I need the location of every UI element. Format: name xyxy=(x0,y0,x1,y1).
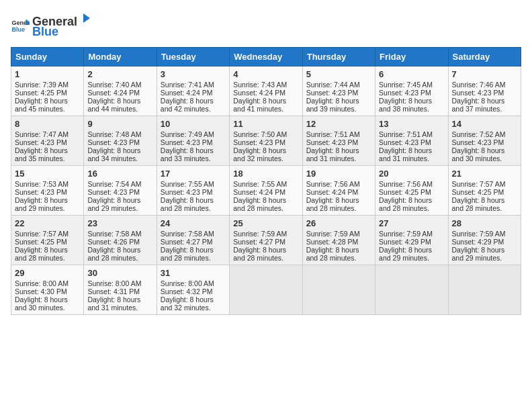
sunset-label: Sunset: 4:24 PM xyxy=(87,89,140,97)
sunset-label: Sunset: 4:23 PM xyxy=(87,138,140,146)
header-tuesday: Tuesday xyxy=(157,48,229,66)
calendar-cell xyxy=(448,265,521,315)
day-number: 12 xyxy=(306,119,371,129)
logo-arrow-icon xyxy=(78,11,93,26)
day-number: 22 xyxy=(15,218,80,228)
sunset-label: Sunset: 4:23 PM xyxy=(452,138,504,146)
daylight-label: Daylight: 8 hours and 28 minutes. xyxy=(306,246,359,262)
calendar-cell xyxy=(230,265,302,315)
daylight-label: Daylight: 8 hours and 29 minutes. xyxy=(87,196,140,212)
calendar-cell: 8 Sunrise: 7:47 AM Sunset: 4:23 PM Dayli… xyxy=(11,116,84,166)
sunrise-label: Sunrise: 8:00 AM xyxy=(87,279,141,287)
calendar-cell: 13 Sunrise: 7:51 AM Sunset: 4:23 PM Dayl… xyxy=(375,116,448,166)
day-number: 15 xyxy=(15,169,80,179)
sunset-label: Sunset: 4:25 PM xyxy=(379,188,431,196)
sunset-label: Sunset: 4:25 PM xyxy=(452,188,504,196)
day-number: 28 xyxy=(452,218,517,228)
header-saturday: Saturday xyxy=(448,48,521,66)
sunrise-label: Sunrise: 7:51 AM xyxy=(306,130,360,138)
daylight-label: Daylight: 8 hours and 39 minutes. xyxy=(306,97,359,113)
daylight-label: Daylight: 8 hours and 28 minutes. xyxy=(379,196,432,212)
daylight-label: Daylight: 8 hours and 34 minutes. xyxy=(87,146,140,163)
calendar-cell: 10 Sunrise: 7:49 AM Sunset: 4:23 PM Dayl… xyxy=(157,116,229,166)
day-number: 11 xyxy=(233,119,298,129)
daylight-label: Daylight: 8 hours and 31 minutes. xyxy=(306,146,359,163)
svg-text:Blue: Blue xyxy=(11,26,25,33)
daylight-label: Daylight: 8 hours and 30 minutes. xyxy=(452,146,505,163)
page-header: General Blue General Blue xyxy=(11,11,521,39)
calendar-cell: 15 Sunrise: 7:53 AM Sunset: 4:23 PM Dayl… xyxy=(11,166,84,216)
day-number: 27 xyxy=(379,218,444,228)
calendar-cell: 18 Sunrise: 7:55 AM Sunset: 4:24 PM Dayl… xyxy=(230,166,302,216)
sunset-label: Sunset: 4:28 PM xyxy=(306,238,359,246)
sunset-label: Sunset: 4:23 PM xyxy=(87,188,140,196)
sunset-label: Sunset: 4:32 PM xyxy=(161,287,213,295)
day-number: 29 xyxy=(15,268,80,278)
sunset-label: Sunset: 4:27 PM xyxy=(161,238,213,246)
daylight-label: Daylight: 8 hours and 33 minutes. xyxy=(161,146,214,163)
calendar-cell: 6 Sunrise: 7:45 AM Sunset: 4:23 PM Dayli… xyxy=(375,66,448,116)
sunset-label: Sunset: 4:25 PM xyxy=(15,89,67,97)
sunrise-label: Sunrise: 7:40 AM xyxy=(87,81,141,89)
calendar-cell: 19 Sunrise: 7:56 AM Sunset: 4:24 PM Dayl… xyxy=(302,166,375,216)
day-number: 10 xyxy=(161,119,226,129)
day-number: 19 xyxy=(306,169,371,179)
sunrise-label: Sunrise: 7:39 AM xyxy=(15,81,69,89)
day-number: 30 xyxy=(87,268,152,278)
sunrise-label: Sunrise: 7:44 AM xyxy=(306,81,360,89)
sunset-label: Sunset: 4:23 PM xyxy=(379,138,431,146)
calendar-cell xyxy=(375,265,448,315)
daylight-label: Daylight: 8 hours and 42 minutes. xyxy=(161,97,214,113)
calendar-week-row: 29 Sunrise: 8:00 AM Sunset: 4:30 PM Dayl… xyxy=(11,265,521,315)
calendar-cell: 3 Sunrise: 7:41 AM Sunset: 4:24 PM Dayli… xyxy=(157,66,229,116)
sunrise-label: Sunrise: 7:57 AM xyxy=(452,180,506,188)
sunrise-label: Sunrise: 7:59 AM xyxy=(306,230,360,238)
daylight-label: Daylight: 8 hours and 38 minutes. xyxy=(379,97,432,113)
day-number: 7 xyxy=(452,69,517,79)
daylight-label: Daylight: 8 hours and 29 minutes. xyxy=(452,246,505,262)
sunrise-label: Sunrise: 7:55 AM xyxy=(161,180,214,188)
logo-icon: General Blue xyxy=(11,15,30,34)
calendar-week-row: 22 Sunrise: 7:57 AM Sunset: 4:25 PM Dayl… xyxy=(11,216,521,265)
sunrise-label: Sunrise: 7:55 AM xyxy=(233,180,287,188)
day-number: 23 xyxy=(87,218,152,228)
sunrise-label: Sunrise: 7:59 AM xyxy=(452,230,506,238)
logo: General Blue General Blue xyxy=(11,11,93,39)
sunrise-label: Sunrise: 7:53 AM xyxy=(15,180,69,188)
day-number: 6 xyxy=(379,69,444,79)
daylight-label: Daylight: 8 hours and 29 minutes. xyxy=(379,246,432,262)
sunset-label: Sunset: 4:23 PM xyxy=(233,138,285,146)
sunset-label: Sunset: 4:31 PM xyxy=(87,287,140,295)
calendar-header-row: SundayMondayTuesdayWednesdayThursdayFrid… xyxy=(11,48,521,66)
header-sunday: Sunday xyxy=(11,48,84,66)
sunrise-label: Sunrise: 7:56 AM xyxy=(379,180,433,188)
svg-marker-3 xyxy=(26,22,30,25)
sunrise-label: Sunrise: 7:59 AM xyxy=(379,230,433,238)
header-thursday: Thursday xyxy=(302,48,375,66)
daylight-label: Daylight: 8 hours and 28 minutes. xyxy=(306,196,359,212)
calendar-cell: 27 Sunrise: 7:59 AM Sunset: 4:29 PM Dayl… xyxy=(375,216,448,265)
calendar-cell xyxy=(302,265,375,315)
sunset-label: Sunset: 4:30 PM xyxy=(15,287,67,295)
calendar-cell: 17 Sunrise: 7:55 AM Sunset: 4:23 PM Dayl… xyxy=(157,166,229,216)
day-number: 20 xyxy=(379,169,444,179)
daylight-label: Daylight: 8 hours and 45 minutes. xyxy=(15,97,68,113)
calendar-cell: 2 Sunrise: 7:40 AM Sunset: 4:24 PM Dayli… xyxy=(84,66,157,116)
sunrise-label: Sunrise: 7:41 AM xyxy=(161,81,214,89)
sunset-label: Sunset: 4:23 PM xyxy=(452,89,504,97)
sunset-label: Sunset: 4:23 PM xyxy=(306,89,359,97)
day-number: 14 xyxy=(452,119,517,129)
sunset-label: Sunset: 4:24 PM xyxy=(233,89,285,97)
day-number: 16 xyxy=(87,169,152,179)
daylight-label: Daylight: 8 hours and 28 minutes. xyxy=(233,246,286,262)
daylight-label: Daylight: 8 hours and 29 minutes. xyxy=(15,196,68,212)
calendar-week-row: 1 Sunrise: 7:39 AM Sunset: 4:25 PM Dayli… xyxy=(11,66,521,116)
header-wednesday: Wednesday xyxy=(230,48,302,66)
sunrise-label: Sunrise: 7:57 AM xyxy=(15,230,69,238)
sunset-label: Sunset: 4:24 PM xyxy=(233,188,285,196)
daylight-label: Daylight: 8 hours and 37 minutes. xyxy=(452,97,505,113)
calendar-cell: 23 Sunrise: 7:58 AM Sunset: 4:26 PM Dayl… xyxy=(84,216,157,265)
sunrise-label: Sunrise: 7:59 AM xyxy=(233,230,287,238)
sunset-label: Sunset: 4:25 PM xyxy=(15,238,67,246)
sunset-label: Sunset: 4:23 PM xyxy=(15,138,67,146)
